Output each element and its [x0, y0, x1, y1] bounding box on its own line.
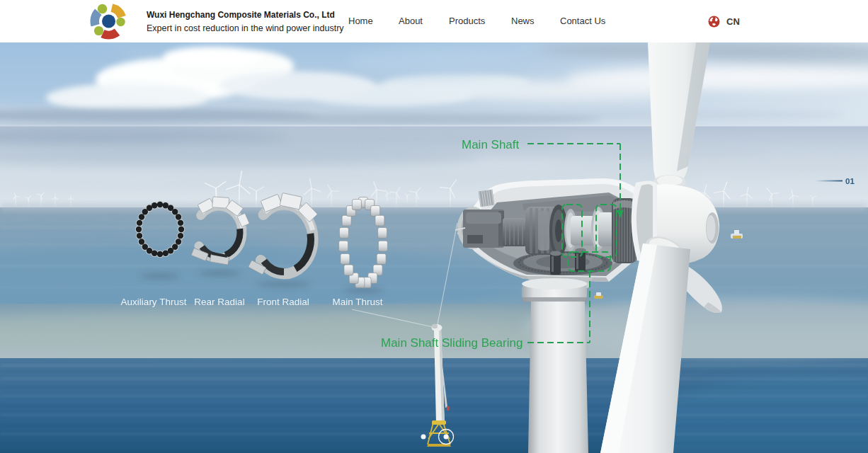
svg-text:Front Radial: Front Radial: [257, 297, 309, 307]
svg-text:Rear Radial: Rear Radial: [194, 297, 244, 307]
svg-text:Main Shaft Sliding Bearing: Main Shaft Sliding Bearing: [381, 336, 522, 350]
svg-text:Auxiliary Thrust: Auxiliary Thrust: [121, 297, 187, 307]
svg-text:01: 01: [845, 177, 855, 185]
svg-text:Main Shaft: Main Shaft: [462, 138, 520, 151]
svg-text:Main Thrust: Main Thrust: [332, 297, 382, 307]
